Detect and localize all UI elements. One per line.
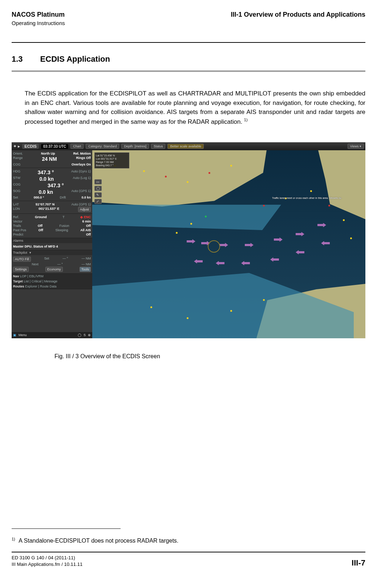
- ecdis-topbar: ✦ ▸ ECDIS 03:37:33 UTC Chart Category: S…: [12, 142, 365, 150]
- section-number: 1.3: [12, 54, 23, 64]
- lane-arrow-icon: [241, 261, 250, 265]
- buoy-icon: [190, 223, 192, 225]
- buoy-icon: [263, 205, 265, 207]
- anchor-icon[interactable]: S: [84, 333, 86, 337]
- page-footer: ED 3100 G 140 / 04 (2011-11) III Main Ap…: [12, 555, 365, 568]
- lane-arrow-icon: [317, 223, 326, 227]
- overlays-value[interactable]: Overlays On: [72, 163, 91, 166]
- zoom-icon[interactable]: ⊕: [88, 333, 91, 337]
- buoy-icon: [263, 299, 265, 301]
- ecdis-side-panel: Orient.North Up Rel. Motion Range24 NM R…: [12, 150, 92, 338]
- enc-indicator: ◆ ENC: [80, 215, 91, 219]
- buoy-icon: [187, 317, 188, 319]
- lane-arrow-icon: [270, 257, 279, 262]
- section-heading: 1.3 ECDIS Application: [12, 54, 110, 64]
- app-menu-icon[interactable]: ✦ ▸: [13, 144, 20, 149]
- chart-tool-icons: ▭ ◯ ✎ ⤢: [94, 179, 102, 204]
- buoy-icon: [208, 172, 210, 174]
- header-rule: [12, 42, 365, 43]
- doc-title: NACOS Platinum: [12, 11, 65, 19]
- tool-icon[interactable]: ⤢: [94, 199, 102, 204]
- chip-depth[interactable]: Depth: [metres]: [121, 144, 149, 149]
- footer-file-rev: III Main Applications.fm / 10.11.11: [12, 561, 82, 568]
- panel-vector: Ref.Ground T ◆ ENC Vector6 min TrailsOff…: [12, 214, 92, 238]
- section-rule: [12, 70, 365, 72]
- panel-bottom-tabs: Nav LOP | EBL/VRM Target List | Critical…: [12, 274, 92, 289]
- panel-heading-speed: HDG347.3 °Auto (Gyro 1) STW0.0 knAuto (L…: [12, 168, 92, 201]
- motion-value[interactable]: Rel. Motion: [73, 152, 91, 155]
- chip-status[interactable]: Status: [151, 144, 166, 149]
- stw-value: 0.0 kn: [39, 176, 54, 182]
- buoy-icon: [310, 190, 312, 192]
- buoy-icon: [328, 205, 330, 207]
- chart-info-box[interactable]: Lat 51°15.458' NLon 001°31.517' ERange 7…: [94, 152, 129, 168]
- lane-arrow-icon: [274, 237, 283, 242]
- views-dropdown[interactable]: Views ▾: [348, 144, 364, 149]
- settings-button[interactable]: Settings: [13, 267, 29, 272]
- app-name[interactable]: ECDIS: [22, 144, 39, 149]
- buoy-icon: [350, 237, 352, 239]
- orient-value[interactable]: North Up: [41, 152, 55, 155]
- footnote: 1) A Standalone-ECDISPILOT does not proc…: [12, 537, 365, 544]
- footer-doc-id: ED 3100 G 140 / 04 (2011-11): [12, 555, 82, 561]
- tool-icon[interactable]: ✎: [94, 192, 102, 197]
- buoy-icon: [230, 310, 232, 312]
- rings-value[interactable]: Rings Off: [76, 156, 91, 162]
- lane-arrow-icon: [245, 243, 254, 247]
- lane-arrow-icon: [296, 232, 304, 236]
- panel-display: Orient.North Up Rel. Motion Range24 NM R…: [12, 150, 92, 168]
- tools-button[interactable]: Tools: [80, 267, 91, 272]
- panel-alarms: Master DPU. Status of MFD 4: [12, 243, 92, 250]
- buoy-icon: [176, 232, 178, 234]
- page-number: III-7: [352, 558, 365, 568]
- lane-arrow-icon: [219, 243, 228, 247]
- ecdis-chart-area[interactable]: Traffic lanes meet or cross each other i…: [92, 150, 365, 338]
- footnote-text: A Standalone-ECDISPILOT does not process…: [19, 538, 178, 544]
- auto-fill-button[interactable]: AUTO Fill: [13, 257, 31, 262]
- tab-target[interactable]: Target List | Critical | Message: [13, 279, 57, 283]
- buoy-icon: [230, 165, 232, 167]
- sog-value: 0.0 kn: [38, 189, 53, 195]
- economy-button[interactable]: Economy: [45, 267, 63, 272]
- intro-paragraph: The ECDIS application for the ECDISPILOT…: [25, 89, 365, 126]
- menu-button[interactable]: Menu: [19, 333, 27, 337]
- tab-routes[interactable]: Routes Explorer | Route Data: [13, 285, 56, 288]
- range-value[interactable]: 24 NM: [42, 156, 57, 162]
- menu-bar[interactable]: ▣ Menu ◯ S ⊕: [12, 332, 92, 338]
- lane-arrow-icon: [321, 241, 330, 245]
- page-header: NACOS Platinum Operating Instructions II…: [12, 11, 365, 26]
- own-ship-marker: [208, 240, 220, 253]
- vector-time[interactable]: 6 min: [82, 220, 91, 223]
- hdg-value: 347.3 °: [38, 170, 54, 175]
- section-title: ECDIS Application: [40, 54, 110, 64]
- chart-label: Traffic lanes meet or cross each other i…: [272, 197, 341, 199]
- chip-category[interactable]: Category: Standard: [86, 144, 119, 149]
- lat-value: 51°07.707' N: [36, 203, 54, 206]
- buoy-icon: [187, 181, 188, 183]
- panel-position: LAT51°07.707' NAuto (GPS 1) LON001°21.53…: [12, 201, 92, 214]
- buoy-icon: [150, 306, 152, 308]
- buoy-icon: [205, 216, 207, 217]
- landmass: [318, 150, 365, 219]
- tool-icon[interactable]: ▭: [94, 179, 102, 184]
- panel-alarms-title: Alarms: [12, 238, 92, 243]
- chapter-title: III-1 Overview of Products and Applicati…: [231, 11, 365, 19]
- chip-chart[interactable]: Chart: [70, 144, 84, 149]
- mfd-status: Master DPU. Status of MFD 4: [13, 245, 58, 248]
- shallow-water: [92, 205, 281, 230]
- buoy-icon: [165, 176, 167, 177]
- cog-value: 347.3 °: [48, 183, 64, 188]
- compass-icon[interactable]: ◯: [78, 333, 81, 337]
- lon-value: 001°21.537' E: [38, 207, 59, 212]
- figure-caption: Fig. III / 3 Overview of the ECDIS Scree…: [54, 353, 160, 360]
- shallow-water: [92, 273, 354, 338]
- footnote-mark: 1): [12, 537, 15, 541]
- tool-icon[interactable]: ◯: [94, 186, 102, 191]
- panel-trackpilot-title[interactable]: Trackpilot▾: [12, 250, 92, 255]
- lane-arrow-icon: [216, 261, 224, 265]
- lane-arrow-icon: [194, 259, 203, 264]
- buoy-icon: [143, 170, 145, 172]
- adjust-button[interactable]: Adjust: [78, 207, 91, 212]
- tab-nav[interactable]: Nav LOP | EBL/VRM: [13, 274, 44, 278]
- chip-scale-warning: Better scale available: [167, 144, 204, 149]
